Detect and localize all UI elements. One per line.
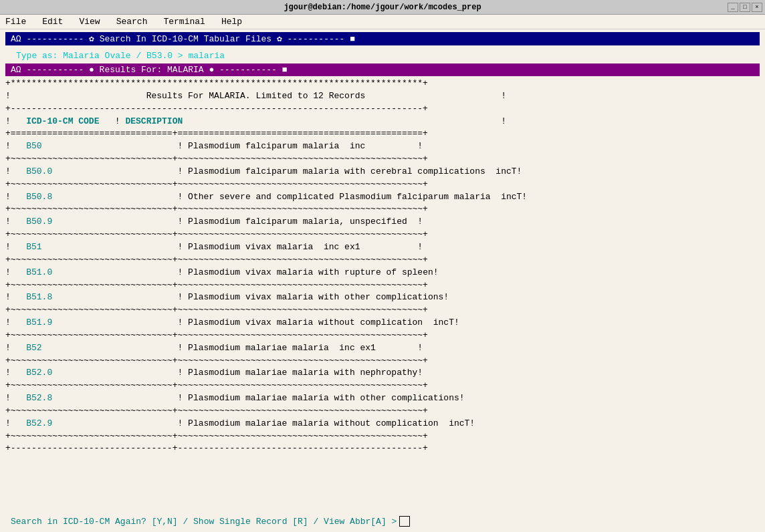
search-bar-text: AΩ ----------- ✿ Search In ICD-10-CM Tab… <box>11 33 355 44</box>
desc-cell: Plasmodium falciparum malaria with cereb… <box>188 166 516 176</box>
desc-cell: Plasmodium malariae malaria with nephrop… <box>188 368 417 378</box>
window-controls: _ □ × <box>728 3 762 12</box>
table-row: ! B52 ! Plasmodium malariae malaria inc … <box>5 342 760 355</box>
tilde-separator: +~~~~~~~~~~~~~~~~~~~~~~~~~~~~~~~+~~~~~~~… <box>5 405 760 418</box>
desc-cell: Plasmodium vivax malaria with rupture of… <box>188 267 433 277</box>
code-cell: B52.9 <box>26 418 52 428</box>
desc-cell: Plasmodium falciparum malaria inc <box>188 141 365 151</box>
tilde-separator: +~~~~~~~~~~~~~~~~~~~~~~~~~~~~~~~+~~~~~~~… <box>5 153 760 166</box>
tilde-separator: +~~~~~~~~~~~~~~~~~~~~~~~~~~~~~~~+~~~~~~~… <box>5 329 760 342</box>
header-dash-top: +---------------------------------------… <box>5 103 760 116</box>
menu-edit[interactable]: Edit <box>39 16 66 27</box>
code-cell: B52.0 <box>26 368 52 378</box>
prompt-text: Search in ICD-10-CM Again? [Y,N] / Show … <box>11 517 397 527</box>
tilde-separator: +~~~~~~~~~~~~~~~~~~~~~~~~~~~~~~~+~~~~~~~… <box>5 178 760 191</box>
desc-cell: Plasmodium falciparum malaria, unspecifi… <box>188 217 407 227</box>
code-cell: B51 <box>26 242 41 252</box>
code-cell: B50.0 <box>26 166 52 176</box>
maximize-button[interactable]: □ <box>740 3 750 12</box>
menu-help[interactable]: Help <box>219 16 245 27</box>
col-header-desc: DESCRIPTION <box>125 116 183 126</box>
table-row: ! B52.0 ! Plasmodium malariae malaria wi… <box>5 367 760 380</box>
tilde-separator: +~~~~~~~~~~~~~~~~~~~~~~~~~~~~~~~+~~~~~~~… <box>5 355 760 368</box>
desc-cell: Plasmodium vivax malaria with other comp… <box>188 292 443 302</box>
menu-view[interactable]: View <box>76 16 102 27</box>
tilde-separator: +~~~~~~~~~~~~~~~~~~~~~~~~~~~~~~~+~~~~~~~… <box>5 380 760 392</box>
table-row: ! B51 ! Plasmodium vivax malaria inc ex1… <box>5 241 760 254</box>
desc-cell: Plasmodium malariae malaria inc ex1 <box>188 343 376 353</box>
tilde-separator: +~~~~~~~~~~~~~~~~~~~~~~~~~~~~~~~+~~~~~~~… <box>5 254 760 267</box>
code-cell: B52.8 <box>26 393 52 403</box>
tilde-separator: +~~~~~~~~~~~~~~~~~~~~~~~~~~~~~~~+~~~~~~~… <box>5 229 760 241</box>
search-bar: AΩ ----------- ✿ Search In ICD-10-CM Tab… <box>5 32 760 45</box>
code-cell: B51.9 <box>26 317 52 327</box>
type-line-text: Type as: Malaria Ovale / B53.0 > malaria <box>16 51 225 61</box>
table-row: ! B52.9 ! Plasmodium malariae malaria wi… <box>5 418 760 430</box>
desc-cell: Plasmodium vivax malaria inc ex1 <box>188 242 360 252</box>
table-row: ! B50.8 ! Other severe and complicated P… <box>5 191 760 204</box>
code-cell: B52 <box>26 343 41 353</box>
terminal-area: AΩ ----------- ✿ Search In ICD-10-CM Tab… <box>0 29 765 532</box>
table-row: ! B51.8 ! Plasmodium vivax malaria with … <box>5 291 760 304</box>
header-row: ! ICD-10-CM CODE ! DESCRIPTION ! <box>5 116 760 128</box>
results-title: Results For MALARIA. Limited to 12 Recor… <box>146 91 366 101</box>
table-row: ! B50 ! Plasmodium falciparum malaria in… <box>5 140 760 153</box>
tilde-separator: +~~~~~~~~~~~~~~~~~~~~~~~~~~~~~~~+~~~~~~~… <box>5 304 760 317</box>
title-bar: jgour@debian:/home/jgour/work/mcodes_pre… <box>0 0 765 15</box>
close-button[interactable]: × <box>752 3 762 12</box>
minimize-button[interactable]: _ <box>728 3 738 12</box>
main-window: jgour@debian:/home/jgour/work/mcodes_pre… <box>0 0 765 532</box>
menu-file[interactable]: File <box>3 16 29 27</box>
code-cell: B50.8 <box>26 192 52 202</box>
code-cell: B51.0 <box>26 267 52 277</box>
prompt-input-box[interactable] <box>399 516 410 527</box>
star-border-top: +***************************************… <box>5 78 760 90</box>
type-line: Type as: Malaria Ovale / B53.0 > malaria <box>5 48 760 63</box>
col-header-code: ICD-10-CM CODE <box>26 116 99 126</box>
table-row: ! B52.8 ! Plasmodium malariae malaria wi… <box>5 392 760 405</box>
desc-cell: Plasmodium vivax malaria without complic… <box>188 317 454 327</box>
tilde-separator: +~~~~~~~~~~~~~~~~~~~~~~~~~~~~~~~+~~~~~~~… <box>5 203 760 216</box>
table-row: ! B50.0 ! Plasmodium falciparum malaria … <box>5 166 760 178</box>
menu-terminal[interactable]: Terminal <box>160 16 207 27</box>
desc-cell: Plasmodium malariae malaria with other c… <box>188 393 459 403</box>
table-area: +***************************************… <box>5 78 760 513</box>
header-equal-border: +===============================+=======… <box>5 128 760 140</box>
menu-search[interactable]: Search <box>114 16 150 27</box>
results-bar: AΩ ----------- ● Results For: MALARIA ● … <box>5 63 760 76</box>
table-row: ! B51.9 ! Plasmodium vivax malaria witho… <box>5 317 760 329</box>
tilde-separator: +~~~~~~~~~~~~~~~~~~~~~~~~~~~~~~~+~~~~~~~… <box>5 430 760 443</box>
table-row: ! B50.9 ! Plasmodium falciparum malaria,… <box>5 216 760 229</box>
code-cell: B50 <box>26 141 41 151</box>
results-title-row: ! Results For MALARIA. Limited to 12 Rec… <box>5 90 760 103</box>
tilde-separator: +~~~~~~~~~~~~~~~~~~~~~~~~~~~~~~~+~~~~~~~… <box>5 279 760 292</box>
desc-cell: Plasmodium malariae malaria without comp… <box>188 418 469 428</box>
desc-cell: Other severe and complicated Plasmodium … <box>188 192 522 202</box>
data-rows: ! B50 ! Plasmodium falciparum malaria in… <box>5 140 760 442</box>
menu-bar: File Edit View Search Terminal Help <box>0 15 765 29</box>
results-bar-text: AΩ ----------- ● Results For: MALARIA ● … <box>11 65 287 75</box>
table-row: ! B51.0 ! Plasmodium vivax malaria with … <box>5 267 760 279</box>
table-bottom-border: +-------------------------------+-------… <box>5 442 760 455</box>
bottom-prompt: Search in ICD-10-CM Again? [Y,N] / Show … <box>5 513 760 529</box>
code-cell: B50.9 <box>26 217 52 227</box>
code-cell: B51.8 <box>26 292 52 302</box>
window-title: jgour@debian:/home/jgour/work/mcodes_pre… <box>284 3 481 12</box>
